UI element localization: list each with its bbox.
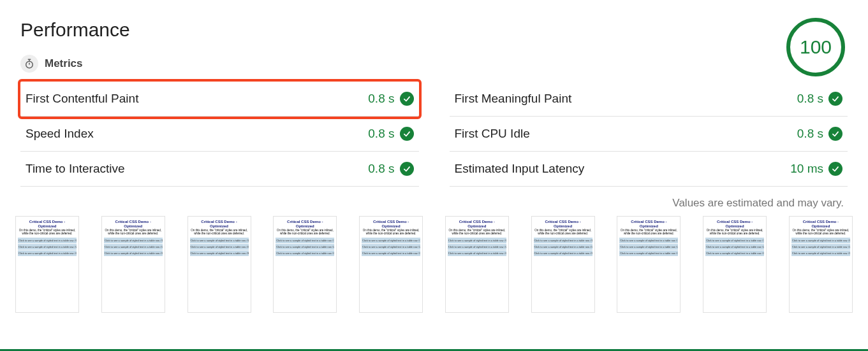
metric-name: First Contentful Paint [26, 92, 138, 106]
thumbnail-subtitle: On this demo, the "critical" styles are … [448, 229, 506, 236]
metric-value: 10 ms [790, 162, 823, 176]
filmstrip-thumbnail[interactable]: Critical CSS Demo -OptimizedOn this demo… [15, 216, 79, 313]
metric-name: First CPU Idle [455, 127, 530, 141]
filmstrip-thumbnail[interactable]: Critical CSS Demo -OptimizedOn this demo… [445, 216, 509, 313]
thumbnail-table: Click to see a sample of styled text in … [190, 238, 249, 257]
filmstrip-thumbnail[interactable]: Critical CSS Demo -OptimizedOn this demo… [531, 216, 595, 313]
metric-row[interactable]: Speed Index0.8 s [20, 117, 419, 152]
thumbnail-table: Click to see a sample of styled text in … [705, 238, 764, 257]
check-icon [400, 92, 414, 106]
thumbnail-subtitle: On this demo, the "critical" styles are … [791, 229, 850, 236]
metrics-section-header[interactable]: Metrics [20, 55, 848, 73]
thumbnail-table: Click to see a sample of styled text in … [619, 238, 678, 257]
stopwatch-icon [20, 55, 38, 73]
metric-value: 0.8 s [368, 92, 394, 106]
thumbnail-subtitle: On this demo, the "critical" styles are … [619, 229, 678, 236]
check-icon [400, 127, 414, 141]
thumbnail-title: Critical CSS Demo -Optimized [545, 220, 580, 228]
thumbnail-table: Click to see a sample of styled text in … [362, 238, 420, 257]
thumbnail-subtitle: On this demo, the "critical" styles are … [18, 229, 77, 236]
thumbnail-subtitle: On this demo, the "critical" styles are … [190, 229, 249, 236]
metric-value: 0.8 s [797, 127, 823, 141]
filmstrip-thumbnail[interactable]: Critical CSS Demo -OptimizedOn this demo… [359, 216, 423, 313]
metric-row[interactable]: Estimated Input Latency10 ms [450, 152, 848, 187]
check-icon [828, 92, 842, 106]
metrics-grid: First Contentful Paint0.8 sSpeed Index0.… [20, 82, 848, 187]
metric-value: 0.8 s [797, 92, 823, 106]
metric-name: First Meaningful Paint [455, 92, 572, 106]
metric-name: Speed Index [26, 127, 94, 141]
thumbnail-title: Critical CSS Demo -Optimized [287, 220, 323, 228]
page-title: Performance [20, 19, 848, 41]
thumbnail-table: Click to see a sample of styled text in … [276, 238, 334, 257]
thumbnail-title: Critical CSS Demo -Optimized [115, 220, 151, 228]
thumbnail-subtitle: On this demo, the "critical" styles are … [534, 229, 592, 236]
filmstrip-thumbnail[interactable]: Critical CSS Demo -OptimizedOn this demo… [273, 216, 337, 313]
metric-row[interactable]: First CPU Idle0.8 s [450, 117, 848, 152]
thumbnail-title: Critical CSS Demo -Optimized [29, 220, 65, 228]
performance-score-gauge: 100 [786, 18, 845, 76]
thumbnail-subtitle: On this demo, the "critical" styles are … [276, 229, 334, 236]
metric-row[interactable]: Time to Interactive0.8 s [20, 152, 419, 187]
filmstrip-thumbnail[interactable]: Critical CSS Demo -OptimizedOn this demo… [188, 216, 251, 313]
filmstrip: Critical CSS Demo -OptimizedOn this demo… [0, 216, 868, 328]
thumbnail-title: Critical CSS Demo -Optimized [373, 220, 409, 228]
metric-value: 0.8 s [368, 162, 394, 176]
check-icon [828, 127, 842, 141]
metrics-footnote: Values are estimated and may vary. [20, 197, 844, 210]
thumbnail-table: Click to see a sample of styled text in … [104, 238, 163, 257]
thumbnail-subtitle: On this demo, the "critical" styles are … [104, 229, 163, 236]
metrics-label: Metrics [45, 57, 83, 70]
metric-row[interactable]: First Contentful Paint0.8 s [20, 82, 419, 117]
filmstrip-thumbnail[interactable]: Critical CSS Demo -OptimizedOn this demo… [101, 216, 165, 313]
thumbnail-table: Click to see a sample of styled text in … [448, 238, 506, 257]
metric-value: 0.8 s [368, 127, 394, 141]
thumbnail-subtitle: On this demo, the "critical" styles are … [705, 229, 764, 236]
metric-name: Time to Interactive [26, 162, 125, 176]
thumbnail-title: Critical CSS Demo -Optimized [803, 220, 839, 228]
metric-name: Estimated Input Latency [455, 162, 585, 176]
thumbnail-title: Critical CSS Demo -Optimized [631, 220, 666, 228]
thumbnail-title: Critical CSS Demo -Optimized [459, 220, 495, 228]
thumbnail-table: Click to see a sample of styled text in … [534, 238, 592, 257]
check-icon [400, 162, 414, 176]
performance-score-value: 100 [800, 36, 832, 58]
filmstrip-thumbnail[interactable]: Critical CSS Demo -OptimizedOn this demo… [703, 216, 767, 313]
filmstrip-thumbnail[interactable]: Critical CSS Demo -OptimizedOn this demo… [617, 216, 680, 313]
metric-row[interactable]: First Meaningful Paint0.8 s [450, 82, 848, 117]
thumbnail-table: Click to see a sample of styled text in … [18, 238, 77, 257]
thumbnail-table: Click to see a sample of styled text in … [791, 238, 850, 257]
thumbnail-subtitle: On this demo, the "critical" styles are … [362, 229, 420, 236]
thumbnail-title: Critical CSS Demo -Optimized [201, 220, 237, 228]
filmstrip-thumbnail[interactable]: Critical CSS Demo -OptimizedOn this demo… [789, 216, 853, 313]
thumbnail-title: Critical CSS Demo -Optimized [717, 220, 753, 228]
check-icon [828, 162, 842, 176]
